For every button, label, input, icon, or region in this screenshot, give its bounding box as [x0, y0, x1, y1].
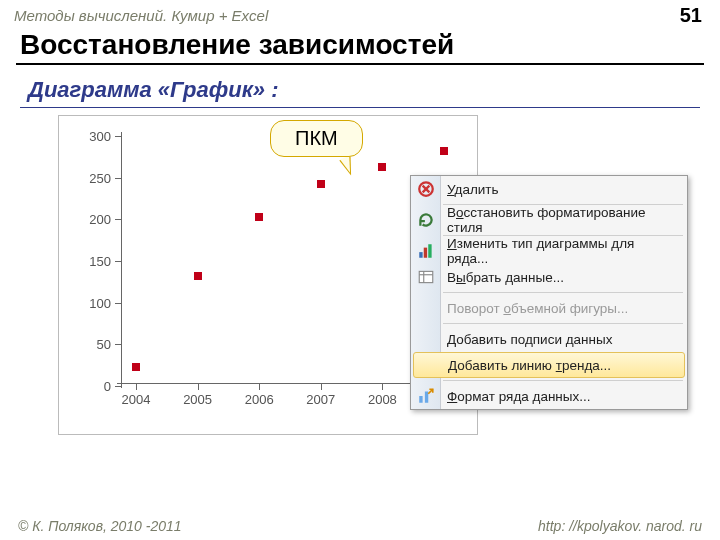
- menu-item-delete[interactable]: Удалить: [411, 176, 687, 202]
- menu-item-label: Выбрать данные: [447, 270, 564, 285]
- menu-item-trend[interactable]: Добавить линию тренда: [413, 352, 685, 378]
- subtitle-divider: [20, 107, 700, 108]
- chart-icon: [417, 242, 435, 260]
- y-tick-label: 50: [97, 337, 111, 352]
- callout-label: ПКМ: [270, 120, 363, 157]
- menu-item-label: Изменить тип диаграммы для ряда: [447, 236, 679, 266]
- y-tick-label: 100: [89, 295, 111, 310]
- x-tick-label: 2007: [306, 392, 335, 407]
- y-tick-label: 300: [89, 129, 111, 144]
- title-divider: [16, 63, 704, 65]
- data-point[interactable]: [378, 163, 386, 171]
- y-axis: [121, 132, 122, 388]
- svg-rect-4: [424, 248, 427, 258]
- data-point[interactable]: [255, 213, 263, 221]
- menu-item-select[interactable]: Выбрать данные: [411, 264, 687, 290]
- selectdata-icon: [417, 268, 435, 286]
- header-text: Методы вычислений. Кумир + Excel: [14, 7, 268, 24]
- svg-rect-5: [428, 244, 431, 258]
- format-icon: [417, 387, 435, 405]
- data-point[interactable]: [440, 147, 448, 155]
- page-title: Восстановление зависимостей: [0, 29, 720, 63]
- menu-item-rotate: Поворот объемной фигуры: [411, 295, 687, 321]
- plot-region: 0501001502002503002004200520062007200820…: [121, 136, 457, 384]
- delete-icon: [417, 180, 435, 198]
- y-tick-label: 250: [89, 170, 111, 185]
- menu-item-format[interactable]: Формат ряда данных: [411, 383, 687, 409]
- menu-item-labels[interactable]: Добавить подписи данных: [411, 326, 687, 352]
- menu-item-label: Добавить подписи данных: [447, 332, 612, 347]
- menu-item-change[interactable]: Изменить тип диаграммы для ряда: [411, 238, 687, 264]
- menu-item-label: Поворот объемной фигуры: [447, 301, 628, 316]
- footer-right: http: //kpolyakov. narod. ru: [538, 518, 702, 534]
- y-tick-label: 200: [89, 212, 111, 227]
- x-tick-label: 2006: [245, 392, 274, 407]
- footer-left: © К. Поляков, 2010 -2011: [18, 518, 182, 534]
- reset-icon: [417, 211, 435, 229]
- svg-rect-6: [419, 271, 433, 282]
- menu-item-label: Удалить: [447, 182, 499, 197]
- menu-separator: [443, 292, 683, 293]
- data-point[interactable]: [194, 272, 202, 280]
- svg-rect-3: [419, 252, 422, 258]
- x-tick-label: 2005: [183, 392, 212, 407]
- data-point[interactable]: [317, 180, 325, 188]
- x-tick-label: 2008: [368, 392, 397, 407]
- subtitle: Диаграмма «График» :: [0, 73, 720, 109]
- y-tick-label: 0: [104, 379, 111, 394]
- data-point[interactable]: [132, 363, 140, 371]
- page-number: 51: [680, 4, 702, 27]
- menu-item-reset[interactable]: Восстановить форматирование стиля: [411, 207, 687, 233]
- menu-separator: [443, 323, 683, 324]
- context-menu: УдалитьВосстановить форматирование стиля…: [410, 175, 688, 410]
- menu-item-label: Формат ряда данных: [447, 389, 591, 404]
- y-tick-label: 150: [89, 254, 111, 269]
- x-tick-label: 2004: [122, 392, 151, 407]
- menu-separator: [443, 380, 683, 381]
- svg-rect-9: [419, 396, 422, 403]
- menu-item-label: Добавить линию тренда: [448, 358, 611, 373]
- menu-item-label: Восстановить форматирование стиля: [447, 205, 679, 235]
